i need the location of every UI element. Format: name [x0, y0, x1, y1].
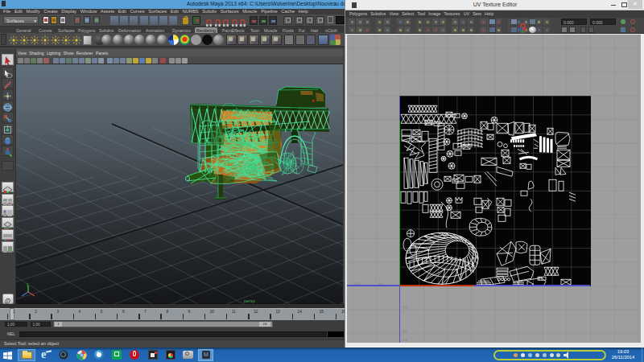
svg-text:-1.0: -1.0	[402, 338, 408, 342]
svg-text:-0.3: -0.3	[402, 328, 408, 332]
svg-text:-0.1: -0.1	[402, 305, 408, 309]
